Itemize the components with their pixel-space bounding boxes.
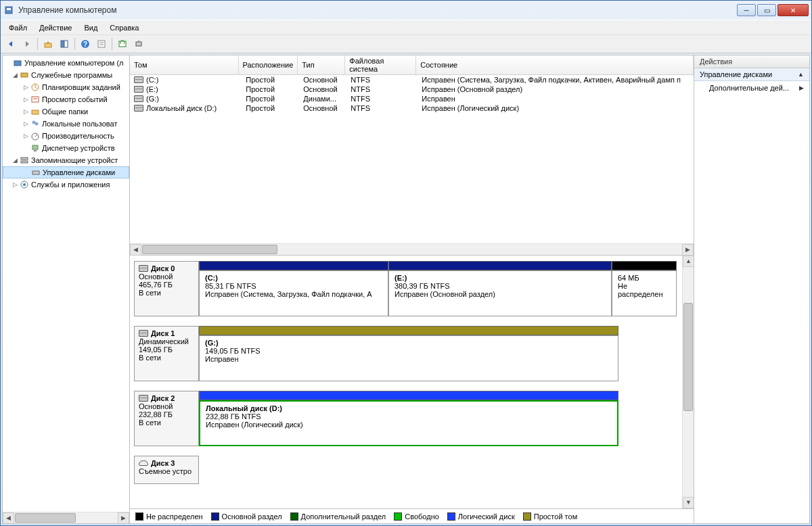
- legend-simple: Простой том: [523, 512, 577, 521]
- disk-row: Диск 1Динамический149,05 ГБВ сети(G:)149…: [134, 326, 678, 381]
- partition[interactable]: (C:)85,31 ГБ NTFSИсправен (Система, Загр…: [199, 270, 388, 316]
- legend-free: Свободно: [394, 512, 439, 521]
- partition[interactable]: 64 МБНе распределен: [612, 270, 677, 316]
- menu-view[interactable]: Вид: [80, 22, 102, 33]
- svg-rect-17: [32, 97, 39, 102]
- col-status[interactable]: Состояние: [416, 55, 694, 75]
- legend: Не распределен Основной раздел Дополните…: [130, 508, 694, 523]
- tree-horizontal-scrollbar[interactable]: ◀▶: [3, 512, 129, 523]
- col-volume[interactable]: Том: [130, 55, 238, 75]
- disk-icon: [134, 105, 143, 112]
- svg-point-21: [35, 122, 39, 126]
- legend-extended: Дополнительный раздел: [290, 512, 386, 521]
- removable-disk-icon: [139, 460, 148, 466]
- svg-rect-3: [61, 41, 64, 47]
- disk-header[interactable]: Диск 1Динамический149,05 ГБВ сети: [134, 326, 199, 381]
- minimize-button[interactable]: ─: [737, 4, 756, 16]
- disk-row: Диск 3Съемное устро: [134, 456, 678, 484]
- tree-services-apps[interactable]: ▷Службы и приложения: [3, 178, 129, 191]
- app-window: Управление компьютером ─ ▭ ✕ Файл Действ…: [0, 0, 812, 526]
- menu-help[interactable]: Справка: [106, 22, 143, 33]
- svg-rect-13: [21, 73, 28, 77]
- disk-icon: [139, 395, 148, 402]
- up-button[interactable]: [41, 37, 55, 51]
- tree-disk-management[interactable]: Управление дисками: [3, 166, 129, 178]
- legend-unallocated: Не распределен: [135, 512, 203, 521]
- app-icon: [3, 5, 14, 16]
- disk-graphics-vertical-scrollbar[interactable]: ▲▼: [682, 256, 694, 508]
- svg-rect-10: [119, 41, 126, 47]
- toolbar: ?: [1, 34, 811, 53]
- partition[interactable]: (G:)149,05 ГБ NTFSИсправен: [199, 335, 618, 381]
- disk-row: Диск 0Основной465,76 ГБВ сети(C:)85,31 Г…: [134, 261, 678, 316]
- menubar: Файл Действие Вид Справка: [1, 20, 811, 34]
- rescan-button[interactable]: [131, 37, 146, 51]
- partition[interactable]: Локальный диск (D:)232,88 ГБ NTFSИсправе…: [199, 400, 618, 446]
- col-type[interactable]: Тип: [298, 55, 345, 75]
- navigation-tree: Управление компьютером (л ◢Служебные про…: [3, 55, 130, 523]
- col-filesystem[interactable]: Файловая система: [345, 55, 416, 75]
- content-area: Управление компьютером (л ◢Служебные про…: [2, 55, 810, 524]
- disk-header[interactable]: Диск 2Основной232,88 ГБВ сети: [134, 391, 199, 446]
- svg-rect-2: [45, 43, 51, 47]
- tree-performance[interactable]: ▷Производительность: [3, 130, 129, 142]
- tree-root[interactable]: Управление компьютером (л: [3, 57, 129, 69]
- actions-pane: Действия Управление дисками▲ Дополнитель…: [694, 55, 809, 523]
- disk-header[interactable]: Диск 3Съемное устро: [134, 456, 199, 484]
- col-layout[interactable]: Расположение: [238, 55, 298, 75]
- properties-button[interactable]: [94, 37, 109, 51]
- svg-rect-7: [98, 41, 105, 47]
- disk-icon: [139, 330, 148, 337]
- svg-point-30: [23, 183, 26, 186]
- table-row[interactable]: (G:) Простой Динами... NTFS Исправен: [130, 94, 694, 103]
- disk-row: Диск 2Основной232,88 ГБВ сетиЛокальный д…: [134, 391, 678, 446]
- actions-more[interactable]: Дополнительные дей...▶: [694, 81, 809, 95]
- main-panel: Том Расположение Тип Файловая система Со…: [130, 55, 694, 523]
- actions-section-disk-management[interactable]: Управление дисками▲: [694, 68, 809, 81]
- menu-action[interactable]: Действие: [35, 22, 76, 33]
- svg-rect-27: [21, 161, 28, 163]
- svg-rect-19: [32, 110, 39, 114]
- svg-text:?: ?: [83, 41, 87, 48]
- table-row[interactable]: (E:) Простой Основной NTFS Исправен (Осн…: [130, 85, 694, 94]
- back-button[interactable]: [3, 37, 18, 51]
- legend-logical: Логический диск: [447, 512, 515, 521]
- partition[interactable]: (E:)380,39 ГБ NTFSИсправен (Основной раз…: [388, 270, 612, 316]
- legend-primary: Основной раздел: [211, 512, 282, 521]
- maximize-button[interactable]: ▭: [757, 4, 776, 16]
- volume-list-horizontal-scrollbar[interactable]: ◀▶: [130, 243, 694, 255]
- disk-icon: [139, 265, 148, 272]
- tree-task-scheduler[interactable]: ▷Планировщик заданий: [3, 81, 129, 93]
- titlebar: Управление компьютером ─ ▭ ✕: [1, 1, 811, 20]
- tree-local-users[interactable]: ▷Локальные пользоват: [3, 118, 129, 130]
- forward-button[interactable]: [20, 37, 35, 51]
- window-title: Управление компьютером: [18, 5, 737, 15]
- show-hide-tree-button[interactable]: [57, 37, 72, 51]
- close-button[interactable]: ✕: [777, 4, 809, 16]
- svg-rect-1: [7, 8, 11, 10]
- tree-services-tools[interactable]: ◢Служебные программы: [3, 69, 129, 81]
- menu-file[interactable]: Файл: [5, 22, 31, 33]
- disk-icon: [134, 95, 143, 102]
- svg-rect-24: [32, 145, 38, 149]
- tree-storage[interactable]: ◢Запоминающие устройст: [3, 154, 129, 166]
- volume-list: Том Расположение Тип Файловая система Со…: [130, 55, 694, 256]
- refresh-button[interactable]: [115, 37, 130, 51]
- disk-icon: [134, 86, 143, 93]
- svg-rect-12: [14, 61, 21, 66]
- table-row[interactable]: (C:) Простой Основной NTFS Исправен (Сис…: [130, 75, 694, 85]
- tree-event-viewer[interactable]: ▷Просмотр событий: [3, 93, 129, 105]
- svg-rect-11: [136, 42, 141, 46]
- svg-rect-28: [32, 171, 39, 174]
- tree-device-manager[interactable]: Диспетчер устройств: [3, 142, 129, 154]
- disk-header[interactable]: Диск 0Основной465,76 ГБВ сети: [134, 261, 199, 316]
- svg-rect-26: [21, 158, 28, 160]
- table-row[interactable]: Локальный диск (D:) Простой Основной NTF…: [130, 103, 694, 113]
- svg-rect-4: [64, 41, 68, 47]
- tree-shared-folders[interactable]: ▷Общие папки: [3, 105, 129, 118]
- help-button[interactable]: ?: [78, 37, 93, 51]
- disk-icon: [134, 76, 143, 83]
- disk-graphics-panel: Диск 0Основной465,76 ГБВ сети(C:)85,31 Г…: [130, 256, 694, 508]
- svg-rect-25: [34, 150, 37, 151]
- actions-header: Действия: [694, 55, 809, 68]
